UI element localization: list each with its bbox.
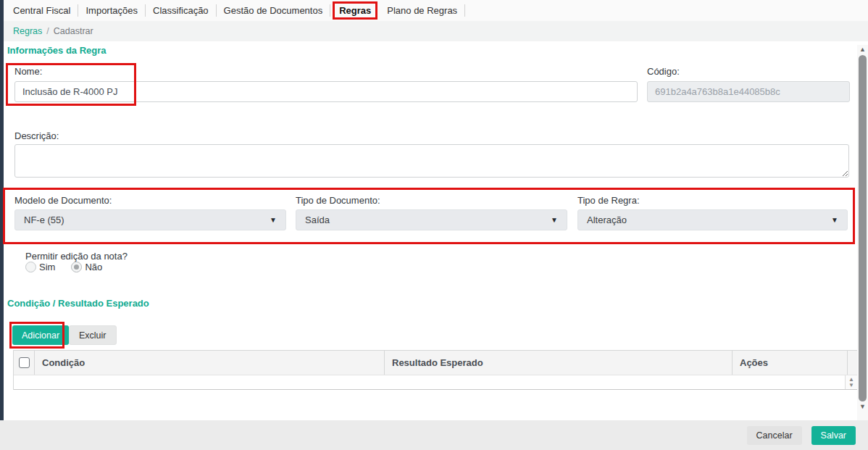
codigo-label: Código: — [647, 66, 680, 77]
empty-table-body: ▲ ▼ — [14, 375, 857, 390]
tab-plano-de-regras[interactable]: Plano de Regras — [380, 4, 464, 17]
tipo-documento-value: Saída — [305, 214, 330, 225]
radio-sim[interactable]: Sim — [25, 262, 55, 272]
tipo-regra-label: Tipo de Regra: — [577, 195, 640, 206]
rule-registration-page: Central Fiscal Importações Classificação… — [0, 0, 868, 450]
column-header-acoes: Ações — [733, 351, 848, 375]
breadcrumb: Regras / Cadastrar — [0, 21, 868, 41]
tab-gestao-de-documentos[interactable]: Gestão de Documentos — [217, 4, 330, 17]
scrollbar-down-icon[interactable]: ▼ — [859, 402, 866, 412]
modelo-documento-select[interactable]: NF-e (55) ▼ — [14, 209, 286, 230]
breadcrumb-current: Cadastrar — [54, 26, 93, 36]
descricao-textarea[interactable] — [14, 144, 849, 178]
table-scrollbar[interactable]: ▲ ▼ — [845, 375, 857, 389]
info-section-heading: Informações da Regra — [7, 45, 107, 56]
radio-nao-label: Não — [85, 262, 102, 272]
column-header-condicao: Condição — [35, 351, 385, 375]
tab-classificacao[interactable]: Classificação — [146, 4, 216, 17]
scrollbar-thumb[interactable] — [859, 55, 867, 401]
descricao-label: Descrição: — [14, 130, 59, 141]
main-tabbar: Central Fiscal Importações Classificação… — [0, 0, 868, 21]
codigo-input — [647, 81, 850, 102]
nome-label: Nome: — [14, 66, 42, 77]
chevron-down-icon: ▼ — [551, 216, 558, 224]
permitir-edicao-radio-group: Sim Não — [25, 262, 102, 272]
radio-nao-circle[interactable] — [71, 262, 82, 272]
tipo-documento-select[interactable]: Saída ▼ — [296, 209, 567, 230]
scrollbar-up-icon[interactable]: ▲ — [859, 45, 866, 54]
condition-section-heading: Condição / Resultado Esperado — [7, 298, 149, 309]
modelo-documento-label: Modelo de Documento: — [14, 195, 112, 206]
footer-bar: Cancelar Salvar — [0, 420, 868, 450]
page-scrollbar[interactable]: ▲ ▼ — [857, 45, 868, 420]
tipo-regra-select[interactable]: Alteração ▼ — [577, 209, 848, 230]
left-edge-strip — [0, 0, 4, 420]
excluir-button[interactable]: Excluir — [69, 325, 117, 345]
breadcrumb-link-regras[interactable]: Regras — [13, 26, 42, 36]
scroll-down-icon[interactable]: ▼ — [848, 383, 854, 388]
cancelar-button[interactable]: Cancelar — [747, 426, 802, 445]
radio-sim-label: Sim — [39, 262, 55, 272]
select-all-cell — [14, 351, 35, 375]
adicionar-button[interactable]: Adicionar — [12, 325, 69, 345]
empty-row-area — [14, 375, 845, 389]
radio-sim-circle[interactable] — [25, 262, 36, 272]
tab-separator — [330, 4, 330, 17]
chevron-down-icon: ▼ — [831, 216, 838, 224]
tab-separator — [464, 4, 465, 17]
radio-nao[interactable]: Não — [71, 262, 102, 272]
column-header-resultado-esperado: Resultado Esperado — [385, 351, 733, 375]
breadcrumb-separator: / — [46, 26, 49, 36]
tab-importacoes[interactable]: Importações — [78, 4, 145, 17]
salvar-button[interactable]: Salvar — [811, 426, 856, 445]
header-spacer-cell — [848, 351, 857, 375]
condition-table-header: Condição Resultado Esperado Ações — [14, 351, 857, 375]
tipo-documento-label: Tipo de Documento: — [296, 195, 380, 206]
select-all-checkbox[interactable] — [19, 357, 30, 368]
nome-input[interactable] — [14, 81, 638, 102]
tipo-regra-value: Alteração — [587, 214, 627, 225]
modelo-documento-value: NF-e (55) — [24, 214, 64, 225]
chevron-down-icon: ▼ — [270, 216, 277, 224]
tab-regras-active[interactable]: Regras — [333, 1, 377, 20]
permitir-edicao-label: Permitir edição da nota? — [25, 251, 128, 262]
tab-central-fiscal[interactable]: Central Fiscal — [6, 4, 78, 17]
condition-table: Condição Resultado Esperado Ações ▲ ▼ — [13, 350, 858, 390]
